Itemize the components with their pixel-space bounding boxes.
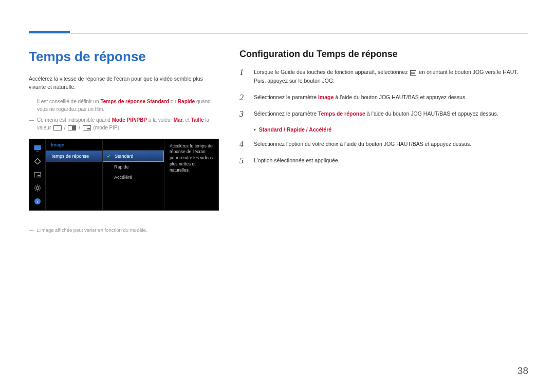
osd-tab-image-icon (31, 142, 44, 154)
step-5: 5 L'option sélectionnée est appliquée. (239, 156, 528, 165)
step-body: L'option sélectionnée est appliquée. (254, 156, 528, 165)
osd-tab-gear-icon (31, 182, 44, 194)
step2-pre: Sélectionnez le paramètre (254, 94, 318, 100)
step-body: Lorsque le Guide des touches de fonction… (254, 68, 528, 85)
step-number: 3 (239, 109, 247, 119)
left-column: Temps de réponse Accélérez la vitesse de… (29, 49, 219, 233)
slash: / (64, 125, 66, 130)
note-dash-icon: ― (29, 227, 34, 233)
slash: / (79, 125, 80, 130)
osd-tab-pip-icon (31, 169, 44, 180)
svg-rect-4 (38, 175, 40, 176)
note2-mid1: a la valeur (147, 117, 174, 123)
note-dash-icon: ― (29, 116, 34, 132)
step1-pre: Lorsque le Guide des touches de fonction… (254, 69, 409, 75)
step-2: 2 Sélectionnez le paramètre Image à l'ai… (239, 93, 528, 102)
step2-bold: Image (318, 94, 334, 100)
note1-bold1: Temps de réponse Standard (100, 99, 169, 104)
pip-layout-pip-icon (83, 125, 91, 130)
step-1: 1 Lorsque le Guide des touches de foncti… (239, 68, 528, 85)
osd-help-text: Accélérez le temps de réponse de l'écran… (164, 139, 218, 210)
steps-list: 1 Lorsque le Guide des touches de foncti… (239, 68, 528, 165)
note2-bold3: Taille (191, 117, 204, 123)
note1-mid: ou (169, 99, 178, 104)
disclaimer-text: L'image affichée peut varier en fonction… (37, 227, 147, 233)
osd-section-title: Image (46, 142, 102, 151)
menu-icon (410, 70, 416, 76)
note-recommend: ― Il est conseillé de définir un Temps d… (29, 98, 219, 113)
osd-tab-settings-icon (31, 156, 44, 167)
osd-screenshot: i Image Temps de réponse Standard Rapide… (29, 139, 219, 211)
osd-option-rapide: Rapide (103, 162, 164, 172)
pip-layout-full-icon (53, 125, 62, 130)
note1-pre: Il est conseillé de définir un (37, 99, 100, 104)
page-number: 38 (517, 365, 528, 377)
step-number: 4 (239, 140, 247, 149)
step-body: Sélectionnez l'option de votre choix à l… (254, 140, 528, 148)
image-disclaimer: ― L'image affichée peut varier en foncti… (29, 227, 219, 233)
note2-mid2: et (184, 117, 191, 123)
osd-sidebar: i (29, 139, 46, 210)
svg-rect-1 (36, 151, 39, 151)
step-3: 3 Sélectionnez le paramètre Temps de rép… (239, 109, 528, 119)
note-dash-icon: ― (29, 98, 34, 113)
osd-tab-info-icon: i (31, 196, 44, 207)
bullet-dot-icon: • (254, 126, 256, 133)
note-unavailable: ― Ce menu est indisponible quand Mode PI… (29, 116, 219, 132)
osd-option-standard: Standard (103, 151, 164, 162)
step-body: Sélectionnez le paramètre Temps de répon… (254, 109, 528, 118)
note2-post: (mode PIP). (93, 125, 120, 130)
svg-point-5 (36, 186, 39, 189)
svg-rect-2 (34, 158, 40, 164)
step3-pre: Sélectionnez le paramètre (254, 110, 318, 117)
step2-post: à l'aide du bouton JOG HAUT/BAS et appuy… (334, 94, 467, 100)
right-column: Configuration du Temps de réponse 1 Lors… (239, 49, 528, 233)
step-number: 5 (239, 156, 247, 165)
note1-bold2: Rapide (178, 99, 195, 104)
note-text: Ce menu est indisponible quand Mode PIP/… (37, 116, 219, 132)
pip-layout-half-icon (68, 125, 76, 130)
step-number: 1 (239, 68, 247, 77)
osd-options-column: Standard Rapide Accéléré (102, 139, 164, 210)
header-rule (29, 33, 528, 33)
note2-bold1: Mode PIP/PBP (112, 117, 147, 123)
osd-menu-item: Temps de réponse (46, 151, 102, 162)
osd-option-accelere: Accéléré (103, 172, 164, 182)
step-body: Sélectionnez le paramètre Image à l'aide… (254, 93, 528, 102)
options-bullet: •Standard / Rapide / Accéléré (254, 126, 528, 133)
step-number: 2 (239, 93, 247, 102)
page-content: Temps de réponse Accélérez la vitesse de… (0, 0, 555, 233)
note2-pre: Ce menu est indisponible quand (37, 117, 112, 123)
osd-menu-column: Image Temps de réponse (46, 139, 102, 210)
step3-bold: Temps de réponse (318, 110, 365, 117)
intro-paragraph: Accélérez la vitesse de réponse de l'écr… (29, 75, 219, 91)
options-text: Standard / Rapide / Accéléré (259, 126, 331, 133)
step3-post: à l'aide du bouton JOG HAUT/BAS et appuy… (365, 110, 498, 117)
note2-bold2: Mar. (174, 117, 184, 123)
procedure-heading: Configuration du Temps de réponse (239, 49, 528, 60)
osd-body: Image Temps de réponse Standard Rapide A… (46, 139, 218, 210)
svg-rect-0 (34, 145, 41, 150)
step-4: 4 Sélectionnez l'option de votre choix à… (239, 140, 528, 149)
section-heading: Temps de réponse (29, 49, 219, 65)
note-text: Il est conseillé de définir un Temps de … (37, 98, 219, 113)
